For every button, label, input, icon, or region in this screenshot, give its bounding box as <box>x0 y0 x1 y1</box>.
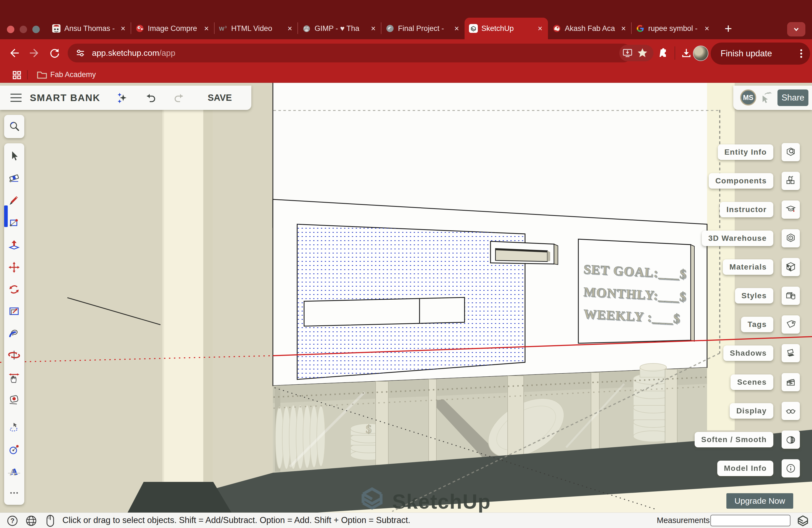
collaborator-cursor-icon <box>760 91 774 105</box>
panel-row-instructor: Instructor <box>720 201 800 219</box>
upgrade-now-button[interactable]: Upgrade Now <box>726 493 793 509</box>
more-tool[interactable] <box>8 487 20 499</box>
3d-text-tool[interactable]: AA <box>8 466 20 478</box>
window-close-button[interactable] <box>7 26 14 33</box>
ai-sparkles-icon[interactable] <box>116 92 129 104</box>
tab-label: Akash Fab Aca <box>565 24 617 33</box>
panel-button-scenes[interactable] <box>782 373 800 391</box>
tab-favicon <box>469 24 478 33</box>
select-tool[interactable] <box>8 150 20 162</box>
rotate-icon <box>8 283 20 295</box>
tab-close-icon[interactable]: × <box>120 24 127 33</box>
eraser-icon <box>8 172 20 184</box>
panel-button-soften[interactable] <box>782 430 800 449</box>
circle-tool[interactable] <box>8 443 20 455</box>
tape-measure-icon <box>8 393 20 406</box>
user-avatar[interactable]: MS <box>740 89 756 105</box>
paint-tool[interactable] <box>8 327 20 339</box>
browser-tab-final-project[interactable]: Final Project -× <box>381 18 465 39</box>
tab-close-icon[interactable]: × <box>203 24 210 33</box>
menu-dots-icon[interactable] <box>800 47 803 60</box>
eraser-tool[interactable] <box>8 172 20 184</box>
measurements-input[interactable] <box>710 515 791 526</box>
browser-tab-ansu-thomas[interactable]: Ansu Thomas -× <box>47 18 131 39</box>
panel-button-materials[interactable] <box>782 258 800 276</box>
tab-label: SketchUp <box>481 24 533 33</box>
tab-close-icon[interactable]: × <box>620 24 627 33</box>
panel-button-display[interactable] <box>782 402 800 420</box>
pan-tool[interactable] <box>8 371 20 384</box>
tab-favicon: W3 <box>219 24 228 33</box>
panel-button-entity-info[interactable] <box>782 143 800 161</box>
more-icon <box>8 487 20 499</box>
undo-button[interactable] <box>144 92 156 105</box>
tab-close-icon[interactable]: × <box>453 24 460 33</box>
site-settings-icon[interactable] <box>75 47 86 59</box>
tab-close-icon[interactable]: × <box>370 24 377 33</box>
tab-close-icon[interactable]: × <box>704 24 710 33</box>
orbit-tool[interactable] <box>8 349 20 361</box>
move-tool[interactable] <box>8 261 20 274</box>
main-menu-button[interactable] <box>10 93 22 102</box>
shadows-icon <box>785 348 796 359</box>
app-header: SMART BANK SAVE <box>0 86 251 110</box>
bookmark-star-icon[interactable] <box>636 47 649 59</box>
lasso-icon <box>8 421 20 433</box>
tab-close-icon[interactable]: × <box>537 24 543 33</box>
profile-avatar[interactable] <box>693 46 708 61</box>
warehouse-icon <box>785 233 796 244</box>
panel-button-warehouse[interactable] <box>782 229 800 247</box>
line-tool[interactable] <box>8 194 20 207</box>
rectangle-tool[interactable] <box>8 217 20 229</box>
browser-tab-rupee-symbol[interactable]: rupee symbol -× <box>632 18 715 39</box>
browser-tab-akash-fab-aca[interactable]: Akash Fab Aca× <box>548 18 632 39</box>
extensions-icon[interactable] <box>657 47 669 59</box>
new-tab-button[interactable]: + <box>720 20 737 37</box>
forward-button[interactable] <box>28 47 40 59</box>
install-app-icon[interactable] <box>621 47 634 59</box>
tab-favicon <box>636 24 644 33</box>
panel-button-styles[interactable] <box>782 287 800 305</box>
back-button[interactable] <box>8 47 20 59</box>
redo-button[interactable] <box>173 92 186 105</box>
rotate-tool[interactable] <box>8 283 20 295</box>
finish-update-button[interactable]: Finish update <box>711 43 810 64</box>
window-zoom-button[interactable] <box>32 26 40 33</box>
push-pull-tool[interactable] <box>8 239 20 252</box>
reload-button[interactable] <box>48 47 61 59</box>
download-icon[interactable] <box>680 47 692 59</box>
mouse-hints-icon[interactable] <box>45 514 56 527</box>
tab-strip: Ansu Thomas -×Image Compre×W3HTML Video×… <box>0 0 812 39</box>
browser-tab-gimp-tha[interactable]: GIMP - ♥ Tha× <box>298 18 381 39</box>
bookmark-folder-fab-academy[interactable]: Fab Academy <box>50 70 96 79</box>
help-icon[interactable]: ? <box>6 515 18 527</box>
lasso-tool[interactable] <box>8 421 20 433</box>
tab-favicon <box>302 24 311 33</box>
tab-close-icon[interactable]: × <box>286 24 293 33</box>
panel-button-shadows[interactable] <box>782 344 800 362</box>
model-canvas[interactable]: SET GOAL:___$ MONTHLY:___$ WEEKLY :___$ <box>0 83 812 513</box>
browser-tab-html-video[interactable]: W3HTML Video× <box>214 18 298 39</box>
apps-grid-icon[interactable] <box>12 70 22 80</box>
language-globe-icon[interactable] <box>25 515 37 527</box>
browser-tab-image-compre[interactable]: Image Compre× <box>131 18 214 39</box>
address-bar[interactable]: app.sketchup.com/app <box>68 44 633 62</box>
share-button[interactable]: Share <box>778 89 808 106</box>
window-minimize-button[interactable] <box>19 26 27 33</box>
panel-button-model-info[interactable] <box>782 459 800 478</box>
browser-tab-sketchup[interactable]: SketchUp× <box>465 18 548 39</box>
model-title[interactable]: SMART BANK <box>30 86 100 110</box>
panel-row-components: Components <box>709 172 800 190</box>
panel-button-instructor[interactable] <box>782 201 800 219</box>
panel-button-tags[interactable] <box>782 316 800 334</box>
measurements-label: Measurements <box>657 516 710 525</box>
panel-row-materials: Materials <box>723 258 800 276</box>
offset-tool[interactable] <box>8 305 20 317</box>
panel-button-components[interactable] <box>782 172 800 190</box>
tab-label: Final Project - <box>398 24 450 33</box>
tape-measure-tool[interactable] <box>8 393 20 406</box>
save-button[interactable]: SAVE <box>208 86 232 110</box>
search-tool-button[interactable] <box>4 115 24 138</box>
panel-label-warehouse: 3D Warehouse <box>702 231 773 246</box>
tab-overflow-button[interactable] <box>787 22 806 36</box>
